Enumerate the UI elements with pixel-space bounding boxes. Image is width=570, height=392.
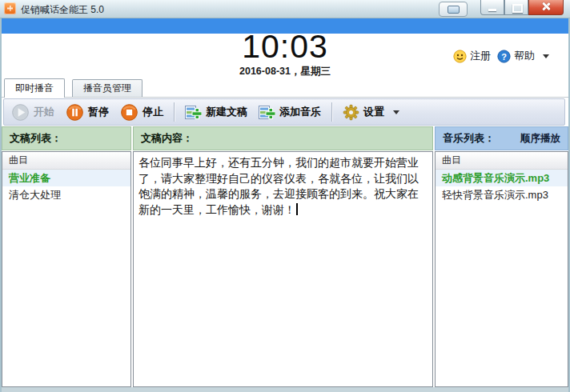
help-icon: ?	[497, 50, 511, 63]
start-button[interactable]: 开始	[6, 101, 60, 124]
script-list-header: 文稿列表：	[2, 126, 131, 150]
script-list-column-header[interactable]: 曲目	[2, 152, 130, 170]
stop-icon	[120, 103, 138, 122]
window-title: 促销喊话全能王 5.0	[21, 3, 104, 17]
music-list-column-header[interactable]: 曲目	[436, 152, 568, 170]
script-content-editor[interactable]: 各位同事早上好，还有五分钟，我们的超市就要开始营业了，请大家整理好自己的仪容仪表…	[134, 152, 432, 386]
help-menu[interactable]: ? 帮助	[497, 49, 549, 63]
settings-button[interactable]: 设置	[337, 102, 405, 123]
clock-zone: 10:03 2016-08-31，星期三 注册 ? 帮助	[2, 33, 568, 78]
title-bar: 促销喊话全能王 5.0	[0, 0, 570, 18]
chevron-down-icon	[393, 110, 399, 114]
list-item-music-2[interactable]: 轻快背景音乐演示.mp3	[436, 186, 568, 203]
maximize-icon	[512, 4, 523, 13]
music-list-panel: 曲目 动感背景音乐演示.mp3 轻快背景音乐演示.mp3	[435, 151, 568, 387]
add-music-button[interactable]: 添加音乐	[253, 102, 327, 122]
smiley-icon	[453, 50, 467, 63]
minimize-button[interactable]	[480, 0, 504, 15]
skin-button[interactable]	[439, 2, 468, 17]
pause-icon	[66, 103, 84, 122]
add-music-icon	[259, 105, 275, 120]
register-link[interactable]: 注册	[453, 49, 491, 63]
play-icon	[11, 103, 30, 122]
register-label: 注册	[470, 49, 491, 63]
script-content-header: 文稿内容：	[133, 126, 433, 150]
gear-icon	[343, 104, 359, 121]
play-mode-toggle[interactable]: 顺序播放	[520, 132, 560, 146]
tab-strip: 即时播音 播音员管理	[2, 78, 568, 98]
toolbar-separator	[331, 102, 332, 122]
tab-instant-broadcast[interactable]: 即时播音	[4, 78, 65, 98]
accent-band	[2, 18, 568, 34]
list-item-music-1[interactable]: 动感背景音乐演示.mp3	[436, 170, 568, 186]
music-list-header: 音乐列表： 顺序播放	[435, 126, 568, 150]
window-frame	[0, 387, 570, 392]
pause-button[interactable]: 暂停	[60, 101, 114, 124]
list-item-script-1[interactable]: 营业准备	[2, 170, 130, 186]
text-cursor	[296, 203, 298, 215]
svg-text:?: ?	[501, 51, 507, 61]
script-list-panel: 曲目 营业准备 清仓大处理	[2, 151, 131, 387]
chevron-down-icon	[543, 54, 549, 58]
close-icon	[542, 2, 550, 10]
list-item-script-2[interactable]: 清仓大处理	[2, 186, 130, 203]
toolbar-separator	[174, 102, 175, 122]
app-icon	[4, 2, 16, 14]
new-document-icon	[185, 105, 202, 120]
help-label: 帮助	[514, 49, 535, 63]
app-window: 促销喊话全能王 5.0 10:03 2016-08-31，星期三 注册	[0, 0, 570, 392]
new-document-button[interactable]: 新建文稿	[179, 102, 253, 122]
minimize-icon	[488, 9, 496, 11]
maximize-button[interactable]	[504, 0, 528, 15]
toolbar: 开始 暂停 停止	[3, 98, 565, 126]
script-content-panel: 各位同事早上好，还有五分钟，我们的超市就要开始营业了，请大家整理好自己的仪容仪表…	[133, 151, 433, 387]
clock-date: 2016-08-31，星期三	[2, 65, 568, 78]
tab-announcer-management[interactable]: 播音员管理	[72, 79, 142, 97]
script-text: 各位同事早上好，还有五分钟，我们的超市就要开始营业了，请大家整理好自己的仪容仪表…	[138, 156, 419, 216]
stop-button[interactable]: 停止	[114, 101, 169, 124]
window-frame	[0, 0, 2, 392]
close-button[interactable]	[528, 0, 564, 15]
